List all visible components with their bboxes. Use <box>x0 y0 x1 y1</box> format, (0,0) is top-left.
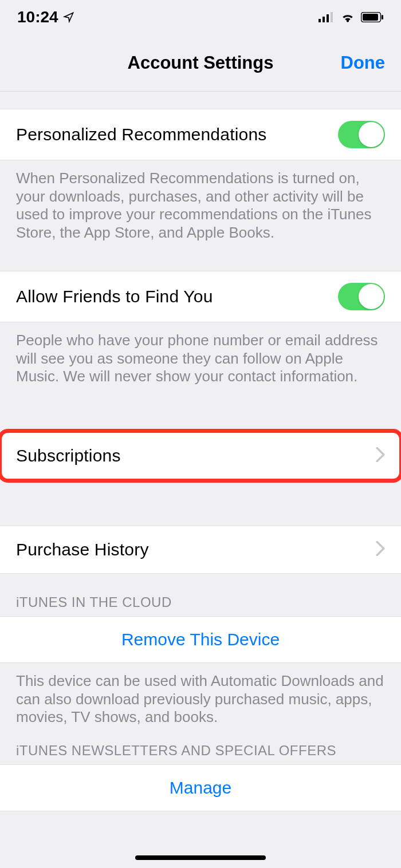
cellular-icon <box>319 12 335 22</box>
location-icon <box>63 11 74 23</box>
home-indicator[interactable] <box>135 855 266 860</box>
remove-this-device-button[interactable]: Remove This Device <box>0 616 401 663</box>
allow-friends-footer: People who have your phone number or ema… <box>0 322 401 386</box>
svg-rect-6 <box>382 15 383 19</box>
subscriptions-row[interactable]: Subscriptions <box>0 432 401 480</box>
status-time: 10:24 <box>17 8 58 26</box>
personalized-recommendations-toggle[interactable] <box>338 121 385 148</box>
purchase-history-row[interactable]: Purchase History <box>0 526 401 574</box>
status-bar: 10:24 <box>0 0 401 34</box>
itunes-cloud-header: iTUNES IN THE CLOUD <box>0 574 401 616</box>
svg-rect-3 <box>331 12 333 22</box>
allow-friends-label: Allow Friends to Find You <box>16 287 213 306</box>
itunes-cloud-footer: This device can be used with Automatic D… <box>0 663 401 727</box>
svg-rect-0 <box>319 19 321 22</box>
svg-rect-5 <box>363 14 378 21</box>
personalized-recommendations-label: Personalized Recommendations <box>16 125 267 144</box>
allow-friends-row[interactable]: Allow Friends to Find You <box>0 271 401 322</box>
wifi-icon <box>340 11 355 23</box>
done-button[interactable]: Done <box>341 53 386 73</box>
newsletters-header: iTUNES NEWSLETTERS AND SPECIAL OFFERS <box>0 727 401 764</box>
purchase-history-label: Purchase History <box>16 540 149 559</box>
personalized-recommendations-row[interactable]: Personalized Recommendations <box>0 109 401 160</box>
battery-icon <box>361 12 384 22</box>
nav-bar: Account Settings Done <box>0 34 401 92</box>
chevron-right-icon <box>376 541 385 558</box>
svg-rect-2 <box>327 14 329 22</box>
chevron-right-icon <box>376 447 385 464</box>
subscriptions-label: Subscriptions <box>16 446 121 465</box>
allow-friends-toggle[interactable] <box>338 283 385 310</box>
svg-rect-1 <box>323 17 325 22</box>
page-title: Account Settings <box>128 53 274 73</box>
personalized-recommendations-footer: When Personalized Recommendations is tur… <box>0 160 401 242</box>
manage-newsletters-button[interactable]: Manage <box>0 764 401 811</box>
